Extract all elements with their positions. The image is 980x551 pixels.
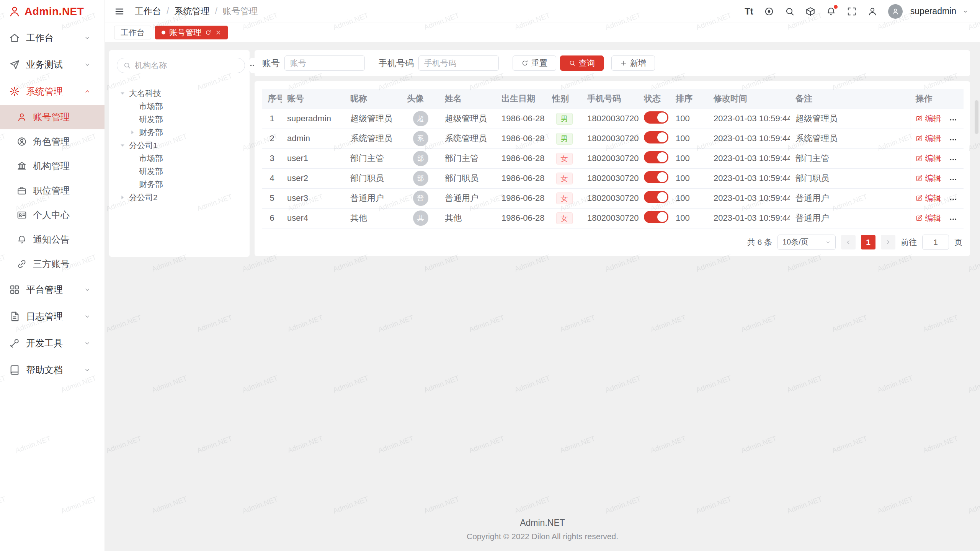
caret-down-icon[interactable] <box>119 90 126 97</box>
more-actions-button[interactable] <box>949 155 957 164</box>
tree-node[interactable]: 财务部 <box>117 126 242 139</box>
tree-node-label: 财务部 <box>139 127 163 138</box>
more-actions-button[interactable] <box>949 135 957 144</box>
scrollbar-thumb[interactable] <box>975 100 978 134</box>
status-toggle[interactable] <box>644 151 668 163</box>
tab-close-icon[interactable] <box>215 29 221 36</box>
tree-node[interactable]: 市场部 <box>117 100 242 113</box>
caret-down-icon[interactable] <box>119 142 126 149</box>
edit-button[interactable]: 编辑 <box>916 193 941 204</box>
status-toggle[interactable] <box>644 131 668 143</box>
tree-node[interactable]: 分公司1 <box>117 139 242 152</box>
edit-button[interactable]: 编辑 <box>916 213 941 223</box>
cell-actions: 编辑 <box>910 129 964 148</box>
sidebar-item-third-account[interactable]: 三方账号 <box>0 252 105 276</box>
edit-button[interactable]: 编辑 <box>916 173 941 184</box>
cell-avatar: 部 <box>402 148 439 168</box>
sidebar-item-platform-manage[interactable]: 平台管理 <box>0 276 105 303</box>
component-box-icon[interactable] <box>805 7 815 16</box>
tab-refresh-icon[interactable] <box>205 29 211 36</box>
edit-label: 编辑 <box>925 113 941 124</box>
cell-gender: 女 <box>547 208 582 228</box>
content: 大名科技市场部研发部财务部分公司1市场部研发部财务部分公司2 账号 手机号码 重… <box>105 42 980 510</box>
edit-button[interactable]: 编辑 <box>916 113 941 124</box>
sidebar-item-workbench[interactable]: 工作台 <box>0 24 105 51</box>
cell-index: 5 <box>262 188 282 208</box>
search-button[interactable]: 查询 <box>560 55 604 71</box>
org-search-input[interactable] <box>135 61 238 70</box>
goto-label: 前往 <box>901 237 917 248</box>
edit-icon <box>916 195 923 202</box>
gender-badge: 男 <box>556 133 573 145</box>
sidebar-item-biz-test[interactable]: 业务测试 <box>0 51 105 78</box>
more-actions-button[interactable] <box>949 175 957 184</box>
notification-bell[interactable] <box>826 7 836 16</box>
fullscreen-icon[interactable] <box>847 7 857 16</box>
caret-right-icon[interactable] <box>119 194 126 201</box>
notification-badge <box>834 5 838 9</box>
tab-account-manage[interactable]: 账号管理 <box>155 26 228 39</box>
account-label: 账号 <box>262 57 280 69</box>
sidebar-item-account-manage[interactable]: 账号管理 <box>0 105 105 129</box>
sidebar-item-notice[interactable]: 通知公告 <box>0 227 105 252</box>
footer-title: Admin.NET <box>105 518 980 528</box>
status-toggle[interactable] <box>644 191 668 203</box>
cell-phone: 18020030720 <box>582 188 639 208</box>
breadcrumb-item[interactable]: 账号管理 <box>223 5 258 17</box>
global-search-icon[interactable] <box>785 7 795 16</box>
sidebar-item-profile-center[interactable]: 个人中心 <box>0 203 105 227</box>
sidebar-item-post-manage[interactable]: 职位管理 <box>0 178 105 203</box>
status-toggle[interactable] <box>644 211 668 223</box>
cell-account: user1 <box>282 148 345 168</box>
menu-collapse-icon[interactable] <box>114 6 125 17</box>
reset-button[interactable]: 重置 <box>513 55 556 71</box>
sidebar-item-system-manage[interactable]: 系统管理 <box>0 78 105 105</box>
tree-indent <box>129 155 136 162</box>
edit-button[interactable]: 编辑 <box>916 153 941 164</box>
breadcrumb-item[interactable]: 系统管理 <box>174 5 209 17</box>
page-size-select[interactable]: 10条/页 <box>777 235 836 250</box>
cell-account: user2 <box>282 168 345 188</box>
breadcrumb-item[interactable]: 工作台 <box>135 5 161 17</box>
font-size-icon[interactable]: Tt <box>745 7 753 16</box>
caret-right-icon[interactable] <box>129 129 136 136</box>
chevron-down-icon[interactable] <box>962 8 969 15</box>
sidebar-item-dev-tools[interactable]: 开发工具 <box>0 330 105 357</box>
tab-workbench[interactable]: 工作台 <box>114 26 151 39</box>
tree-node[interactable]: 分公司2 <box>117 191 242 204</box>
more-actions-button[interactable] <box>949 116 957 124</box>
sidebar-item-help-docs[interactable]: 帮助文档 <box>0 357 105 383</box>
cell-name: 部门主管 <box>439 148 496 168</box>
username[interactable]: superadmin <box>910 6 956 16</box>
tree-node[interactable]: 研发部 <box>117 113 242 126</box>
status-toggle[interactable] <box>644 171 668 183</box>
tree-node[interactable]: 研发部 <box>117 165 242 178</box>
theme-icon[interactable] <box>764 7 774 16</box>
page-1-button[interactable]: 1 <box>861 235 875 249</box>
layout-settings-icon[interactable] <box>867 7 877 16</box>
add-button[interactable]: 新增 <box>611 55 655 71</box>
more-actions-button[interactable] <box>949 215 957 223</box>
edit-button[interactable]: 编辑 <box>916 133 941 144</box>
status-toggle[interactable] <box>644 111 668 124</box>
next-page-button[interactable] <box>881 235 895 249</box>
account-input[interactable] <box>284 55 365 71</box>
cell-modified-time: 2023-01-03 10:59:44 <box>708 188 790 208</box>
sidebar-item-log-manage[interactable]: 日志管理 <box>0 303 105 330</box>
goto-page-input[interactable] <box>922 235 949 250</box>
cell-phone: 18020030720 <box>582 129 639 148</box>
prev-page-button[interactable] <box>841 235 856 249</box>
user-avatar[interactable] <box>888 4 903 19</box>
more-actions-button[interactable] <box>949 195 957 204</box>
cell-order: 100 <box>670 168 708 188</box>
tree-node[interactable]: 财务部 <box>117 178 242 191</box>
sidebar-item-org-manage[interactable]: 机构管理 <box>0 154 105 178</box>
phone-input[interactable] <box>418 55 499 71</box>
chevron-right-icon <box>885 239 892 246</box>
column-header: 排序 <box>670 89 708 109</box>
tree-node[interactable]: 大名科技 <box>117 87 242 100</box>
reset-label: 重置 <box>531 58 547 68</box>
tree-node[interactable]: 市场部 <box>117 152 242 165</box>
sidebar-item-role-manage[interactable]: 角色管理 <box>0 129 105 154</box>
column-header: 账号 <box>282 89 345 109</box>
